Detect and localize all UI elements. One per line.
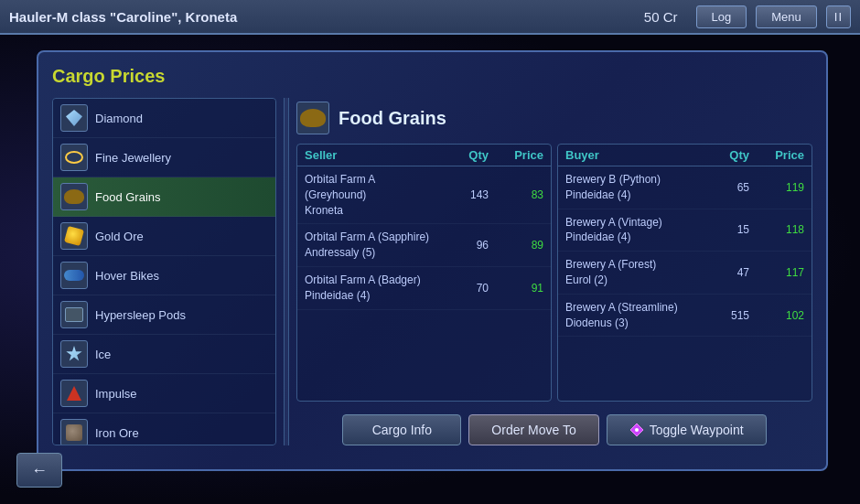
cargo-item-icon-diamond bbox=[60, 104, 88, 132]
selected-cargo-name: Food Grains bbox=[339, 108, 446, 129]
seller-name-2: Orbital Farm A (Badger)Pindeidae (4) bbox=[305, 273, 434, 304]
ship-title: Hauler-M class "Caroline", Kroneta bbox=[9, 9, 635, 25]
seller-price-header: Price bbox=[489, 148, 543, 162]
buyer-qty-2: 47 bbox=[694, 266, 749, 279]
buyers-header: Buyer Qty Price bbox=[558, 145, 812, 166]
buyer-price-1: 118 bbox=[749, 223, 804, 236]
cargo-item-icon-food-grains bbox=[60, 183, 88, 210]
buyer-name-2: Brewery A (Forest)Eurol (2) bbox=[565, 257, 694, 288]
menu-button[interactable]: Menu bbox=[756, 5, 817, 28]
cargo-item-food-grains[interactable]: Food Grains bbox=[53, 177, 275, 217]
buyer-qty-3: 515 bbox=[694, 309, 749, 322]
selected-cargo-header: Food Grains bbox=[296, 98, 812, 138]
panel-title: Cargo Prices bbox=[52, 66, 812, 87]
bottom-buttons: Cargo Info Order Move To Toggle Waypoint bbox=[296, 414, 812, 445]
main-panel: Cargo Prices Diamond Fine Jewellery Food… bbox=[37, 50, 828, 471]
buyer-qty-0: 65 bbox=[694, 181, 749, 194]
order-move-to-button[interactable]: Order Move To bbox=[468, 414, 598, 445]
seller-price-2: 91 bbox=[489, 282, 543, 295]
buyer-name-header: Buyer bbox=[565, 148, 694, 162]
right-panel: Food Grains Seller Qty Price Orbital Far… bbox=[296, 98, 812, 445]
cargo-item-label-gold-ore: Gold Ore bbox=[95, 230, 144, 243]
cargo-info-button[interactable]: Cargo Info bbox=[342, 414, 461, 445]
credits-display: 50 Cr bbox=[644, 9, 678, 25]
sellers-header: Seller Qty Price bbox=[297, 145, 551, 166]
seller-price-1: 89 bbox=[489, 239, 543, 252]
seller-qty-2: 70 bbox=[434, 282, 489, 295]
cargo-item-label-food-grains: Food Grains bbox=[95, 190, 161, 204]
cargo-item-icon-ice bbox=[60, 340, 88, 368]
buyer-row[interactable]: Brewery A (Forest)Eurol (2) 47 117 bbox=[558, 252, 812, 295]
cargo-item-hypersleep-pods[interactable]: Hypersleep Pods bbox=[53, 295, 275, 335]
cargo-item-label-ice: Ice bbox=[95, 348, 111, 361]
buyers-table: Buyer Qty Price Brewery B (Python)Pindei… bbox=[557, 144, 812, 402]
buyer-price-3: 102 bbox=[749, 309, 804, 322]
back-arrow-icon: ← bbox=[31, 461, 48, 480]
cargo-item-ice[interactable]: Ice bbox=[53, 335, 275, 374]
buyer-name-3: Brewery A (Streamline)Diodenus (3) bbox=[565, 300, 694, 331]
seller-price-0: 83 bbox=[489, 188, 543, 201]
seller-qty-header: Qty bbox=[434, 148, 489, 162]
seller-name-header: Seller bbox=[305, 148, 434, 162]
cargo-item-hover-bikes[interactable]: Hover Bikes bbox=[53, 256, 275, 295]
toggle-waypoint-button[interactable]: Toggle Waypoint bbox=[607, 414, 767, 445]
cargo-item-icon-fine-jewellery bbox=[60, 144, 88, 171]
sellers-table: Seller Qty Price Orbital Farm A (Greyhou… bbox=[296, 144, 552, 402]
cargo-item-label-hypersleep-pods: Hypersleep Pods bbox=[95, 308, 186, 322]
cargo-item-label-fine-jewellery: Fine Jewellery bbox=[95, 151, 171, 165]
cargo-item-icon-gold-ore bbox=[60, 222, 88, 250]
cargo-item-fine-jewellery[interactable]: Fine Jewellery bbox=[53, 138, 275, 177]
seller-row[interactable]: Orbital Farm A (Badger)Pindeidae (4) 70 … bbox=[297, 267, 551, 310]
seller-qty-1: 96 bbox=[434, 239, 489, 252]
buyer-name-0: Brewery B (Python)Pindeidae (4) bbox=[565, 172, 694, 203]
cargo-item-gold-ore[interactable]: Gold Ore bbox=[53, 217, 275, 256]
cargo-item-icon-hover-bikes bbox=[60, 262, 88, 289]
svg-point-1 bbox=[635, 428, 639, 432]
sellers-body: Orbital Farm A (Greyhound)Kroneta 143 83… bbox=[297, 166, 551, 310]
selected-cargo-icon bbox=[296, 102, 329, 134]
list-divider bbox=[284, 98, 289, 445]
cargo-item-iron-ore[interactable]: Iron Ore bbox=[53, 413, 275, 445]
cargo-item-impulse[interactable]: Impulse bbox=[53, 374, 275, 413]
buyer-price-2: 117 bbox=[749, 266, 804, 279]
back-button[interactable]: ← bbox=[16, 453, 62, 488]
log-button[interactable]: Log bbox=[696, 5, 747, 28]
buyer-row[interactable]: Brewery A (Streamline)Diodenus (3) 515 1… bbox=[558, 295, 812, 338]
cargo-item-label-diamond: Diamond bbox=[95, 112, 143, 125]
top-bar: Hauler-M class "Caroline", Kroneta 50 Cr… bbox=[0, 0, 860, 35]
waypoint-icon bbox=[629, 423, 644, 437]
cargo-item-diamond[interactable]: Diamond bbox=[53, 99, 275, 138]
cargo-item-icon-hypersleep-pods bbox=[60, 301, 88, 328]
buyer-qty-1: 15 bbox=[694, 223, 749, 236]
cargo-item-label-hover-bikes: Hover Bikes bbox=[95, 269, 159, 283]
buyer-price-header: Price bbox=[749, 148, 804, 162]
buyer-row[interactable]: Brewery A (Vintage)Pindeidae (4) 15 118 bbox=[558, 209, 812, 252]
cargo-item-label-impulse: Impulse bbox=[95, 387, 137, 401]
seller-row[interactable]: Orbital Farm A (Greyhound)Kroneta 143 83 bbox=[297, 166, 551, 224]
content-area: Diamond Fine Jewellery Food Grains Gold … bbox=[52, 98, 812, 445]
pause-button[interactable]: II bbox=[826, 5, 851, 28]
seller-name-1: Orbital Farm A (Sapphire)Andressaly (5) bbox=[305, 230, 434, 261]
cargo-item-icon-iron-ore bbox=[60, 419, 88, 445]
buyers-body: Brewery B (Python)Pindeidae (4) 65 119 B… bbox=[558, 166, 812, 337]
cargo-list: Diamond Fine Jewellery Food Grains Gold … bbox=[52, 98, 276, 445]
buyer-name-1: Brewery A (Vintage)Pindeidae (4) bbox=[565, 215, 694, 246]
buyer-price-0: 119 bbox=[749, 181, 804, 194]
seller-row[interactable]: Orbital Farm A (Sapphire)Andressaly (5) … bbox=[297, 224, 551, 267]
buyer-qty-header: Qty bbox=[694, 148, 749, 162]
buyer-row[interactable]: Brewery B (Python)Pindeidae (4) 65 119 bbox=[558, 166, 812, 209]
seller-name-0: Orbital Farm A (Greyhound)Kroneta bbox=[305, 172, 434, 218]
tables-area: Seller Qty Price Orbital Farm A (Greyhou… bbox=[296, 144, 812, 402]
cargo-item-icon-impulse bbox=[60, 380, 88, 407]
cargo-item-label-iron-ore: Iron Ore bbox=[95, 426, 139, 440]
seller-qty-0: 143 bbox=[434, 188, 489, 201]
